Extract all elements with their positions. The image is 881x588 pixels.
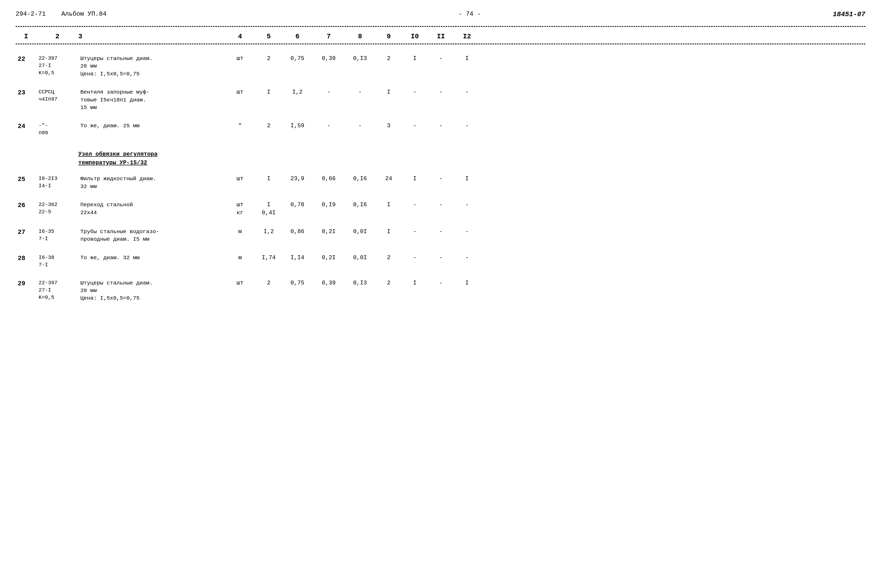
row-29-col5: 2: [256, 279, 282, 288]
album-title: Альбом УП.84: [61, 10, 107, 18]
row-26-col10: -: [402, 201, 428, 210]
row-29-col8: 0,I3: [344, 279, 376, 288]
row-27-col7: 0,2I: [313, 227, 344, 237]
row-26-desc: Переход стальной22х44: [78, 201, 224, 217]
row-26-col11: -: [428, 201, 454, 210]
row-22-col10: I: [402, 54, 428, 63]
row-24-num: 24: [16, 122, 36, 131]
row-26-col7: 0,I9: [313, 201, 344, 210]
col-header-4: 4: [224, 33, 256, 40]
row-25-ref: I8-2I3I4-I: [36, 174, 78, 190]
row-27-col4: м: [224, 227, 256, 237]
row-27-col10: -: [402, 227, 428, 237]
col-header-9: 9: [376, 33, 402, 40]
row-25-col7: 0,66: [313, 174, 344, 184]
row-28-col8: 0,0I: [344, 254, 376, 262]
row-22-col5: 2: [256, 54, 282, 63]
row-28-num: 28: [16, 254, 36, 263]
row-24-col11: -: [428, 122, 454, 130]
column-headers: I 2 3 4 5 6 7 8 9 I0 II I2: [16, 30, 865, 44]
table-row: 22 22-39727-IK=0,5 Штуцеры стальные диам…: [16, 47, 865, 83]
row-27-col6: 0,86: [282, 227, 313, 237]
row-22-col12: I: [454, 54, 480, 63]
row-22-col6: 0,75: [282, 54, 313, 63]
row-22-num: 22: [16, 54, 36, 64]
row-24-col12: -: [454, 122, 480, 130]
row-26-col9: I: [376, 201, 402, 210]
row-29-desc: Штуцеры стальные диам.20 ммЦена: I,5х0,5…: [78, 279, 224, 303]
row-29-col9: 2: [376, 279, 402, 288]
row-26-col4: шткг: [224, 201, 256, 218]
row-28-col11: -: [428, 254, 454, 262]
row-22-ref: 22-39727-IK=0,5: [36, 54, 78, 77]
col-header-7: 7: [313, 33, 344, 40]
row-27-col11: -: [428, 227, 454, 237]
row-27-col12: -: [454, 227, 480, 237]
row-25-num: 25: [16, 174, 36, 184]
row-28-col5: I,74: [256, 254, 282, 262]
row-24-col8: -: [344, 122, 376, 130]
col-header-5: 5: [256, 33, 282, 40]
row-24-col5: 2: [256, 122, 282, 130]
table-row: 23 ССРСЦч4Iп97 Вентиля запорные муф-товы…: [16, 83, 865, 117]
col-header-1: I: [16, 33, 36, 40]
row-23-col10: -: [402, 88, 428, 97]
row-23-col8: -: [344, 88, 376, 97]
row-27-col9: I: [376, 227, 402, 237]
row-28-col12: -: [454, 254, 480, 262]
row-28-col10: -: [402, 254, 428, 262]
row-22-col4: шт: [224, 54, 256, 63]
table-row: 26 22-36222-5 Переход стальной22х44 шткг…: [16, 196, 865, 223]
col-header-10: I0: [402, 33, 428, 40]
row-24-desc: То же, диам. 25 мм: [78, 122, 224, 130]
table-body: 22 22-39727-IK=0,5 Штуцеры стальные диам…: [16, 47, 865, 308]
row-26-ref: 22-36222-5: [36, 201, 78, 216]
col-header-12: I2: [454, 33, 480, 40]
table-row: 25 I8-2I3I4-I Фильтр жидкостный диам.32 …: [16, 170, 865, 196]
row-27-desc: Трубы стальные водогазо-проводные диам. …: [78, 227, 224, 244]
row-29-ref: 22-39727-IK=0,5: [36, 279, 78, 302]
row-24-col7: -: [313, 122, 344, 130]
row-24-col6: I,59: [282, 122, 313, 130]
col-header-8: 8: [344, 33, 376, 40]
doc-code: 18451-07: [833, 10, 865, 18]
row-29-col7: 0,39: [313, 279, 344, 288]
row-28-col7: 0,2I: [313, 254, 344, 262]
col-header-2: 2: [36, 33, 78, 40]
row-25-col6: 23,9: [282, 174, 313, 184]
col-header-6: 6: [282, 33, 313, 40]
row-29-num: 29: [16, 279, 36, 289]
row-25-col10: I: [402, 174, 428, 184]
row-26-num: 26: [16, 201, 36, 210]
top-dashed-line: [16, 26, 865, 27]
row-27-num: 27: [16, 227, 36, 237]
row-23-num: 23: [16, 88, 36, 98]
table-row: 27 I6-357-I Трубы стальные водогазо-пров…: [16, 223, 865, 249]
row-25-col11: -: [428, 174, 454, 184]
table-row: 24 -"-п99 То же, диам. 25 мм " 2 I,59 - …: [16, 117, 865, 142]
doc-number: 294-2-71: [16, 10, 46, 18]
row-29-col10: I: [402, 279, 428, 288]
row-26-col5: I0,4I: [256, 201, 282, 218]
row-28-desc: То же, диам. 32 мм: [78, 254, 224, 262]
row-22-col8: 0,I3: [344, 54, 376, 63]
row-27-col5: I,2: [256, 227, 282, 237]
row-29-col4: шт: [224, 279, 256, 288]
row-24-ref: -"-п99: [36, 122, 78, 137]
row-25-col5: I: [256, 174, 282, 184]
row-23-col11: -: [428, 88, 454, 97]
row-24-col4: ": [224, 122, 256, 130]
row-28-col9: 2: [376, 254, 402, 262]
section-header: Узел обвязки регуляторатемпературы УР-15…: [16, 142, 865, 170]
row-25-desc: Фильтр жидкостный диам.32 мм: [78, 174, 224, 191]
table-row: 28 I6-387-I То же, диам. 32 мм м I,74 I,…: [16, 249, 865, 274]
header-left: 294-2-71 Альбом УП.84: [16, 10, 107, 18]
row-26-col8: 0,I6: [344, 201, 376, 210]
row-23-col4: шт: [224, 88, 256, 97]
row-25-col12: I: [454, 174, 480, 184]
row-28-col6: I,I4: [282, 254, 313, 262]
row-23-col7: -: [313, 88, 344, 97]
row-23-col9: I: [376, 88, 402, 97]
row-23-desc: Вентиля запорные муф-товые I5кч18п1 диам…: [78, 88, 224, 112]
row-22-col9: 2: [376, 54, 402, 63]
